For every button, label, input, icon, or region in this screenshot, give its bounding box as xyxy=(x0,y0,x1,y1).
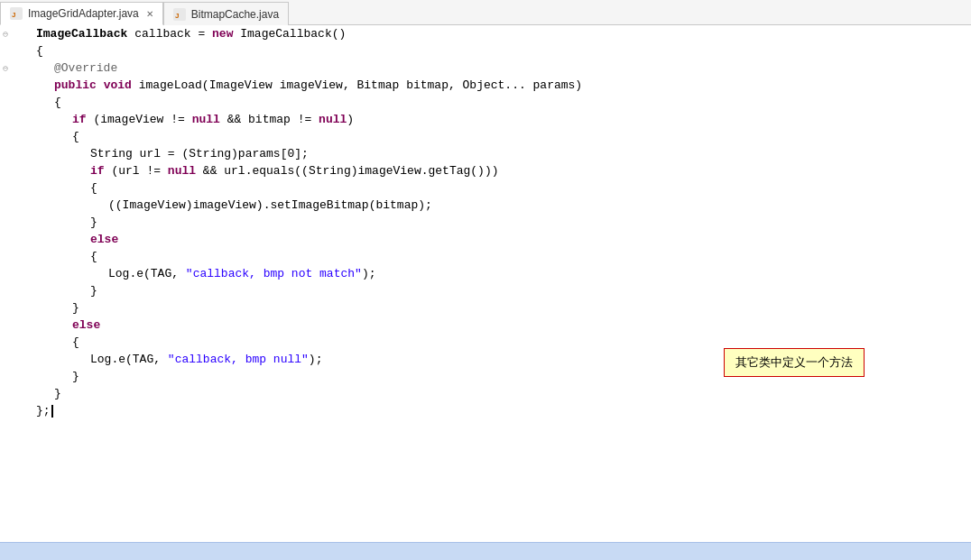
token: bitmap, xyxy=(399,77,462,94)
annotation-box: 其它类中定义一个方法 xyxy=(724,348,865,377)
token: "callback, bmp null" xyxy=(168,351,309,368)
token: else xyxy=(90,231,118,248)
cursor xyxy=(51,405,53,418)
token: && url.equals(( xyxy=(196,162,309,179)
code-line-13: else xyxy=(18,231,971,248)
java-icon-2: J xyxy=(173,8,186,21)
tab-bitmapcache[interactable]: J BitmapCache.java xyxy=(163,2,289,25)
code-line-11: (( ImageView )imageView).setImageBitmap(… xyxy=(18,197,971,214)
token: public xyxy=(54,77,97,94)
token: void xyxy=(104,77,132,94)
fold-dot-16 xyxy=(0,282,11,299)
fold-dot-8 xyxy=(0,145,11,162)
token: && bitmap != xyxy=(220,111,319,128)
code-line-22: } xyxy=(18,385,971,402)
code-line-12: } xyxy=(18,214,971,231)
token: ); xyxy=(309,351,323,368)
fold-dot-10 xyxy=(0,179,11,197)
token: { xyxy=(72,128,79,145)
token: .e(TAG, xyxy=(111,351,167,368)
token: } xyxy=(90,214,97,231)
token: imageLoad( xyxy=(132,77,209,94)
fold-dot-17 xyxy=(0,299,11,317)
token: new xyxy=(212,25,233,42)
status-bar xyxy=(0,542,971,560)
code-line-14: { xyxy=(18,248,971,265)
token: { xyxy=(90,179,97,197)
token: (( xyxy=(108,197,123,214)
token: if xyxy=(90,162,105,179)
code-line-9: if (url != null && url.equals(( String )… xyxy=(18,162,971,179)
token: Log xyxy=(90,351,111,368)
fold-dot-9 xyxy=(0,162,11,179)
token: "callback, bmp not match" xyxy=(186,265,362,282)
token xyxy=(233,25,240,42)
code-line-4: public void imageLoad( ImageView imageVi… xyxy=(18,77,971,94)
code-line-17: } xyxy=(18,299,971,317)
token: } xyxy=(90,282,97,299)
code-editor: ⊖ ⊖ xyxy=(0,25,971,560)
fold-dot-5 xyxy=(0,94,11,111)
fold-dot-4 xyxy=(0,77,11,94)
token: callback = xyxy=(127,25,212,42)
code-line-16: } xyxy=(18,282,971,299)
token: ImageView xyxy=(209,77,273,94)
token: )params[0]; xyxy=(231,145,309,162)
code-line-1: ImageCallback callback = new ImageCallba… xyxy=(18,25,971,42)
token: (url != xyxy=(105,162,168,179)
code-line-23: }; xyxy=(18,402,971,419)
code-line-18: else xyxy=(18,317,971,334)
token: ImageView xyxy=(123,197,186,214)
fold-dot-6 xyxy=(0,111,11,128)
fold-dot-7 xyxy=(0,128,11,145)
fold-dot-21 xyxy=(0,368,11,385)
fold-dot-19 xyxy=(0,334,11,351)
token: } xyxy=(72,368,79,385)
token: )imageView).setImageBitmap(bitmap); xyxy=(186,197,432,214)
code-line-6: if (imageView != null && bitmap != null … xyxy=(18,111,971,128)
fold-dot-23 xyxy=(0,402,11,419)
fold-dot-22 xyxy=(0,385,11,402)
java-icon: J xyxy=(10,7,23,20)
annotation-text: 其它类中定义一个方法 xyxy=(735,355,853,369)
fold-dot-18 xyxy=(0,317,11,334)
token: (imageView != xyxy=(87,111,192,128)
code-line-15: Log .e(TAG, "callback, bmp not match" ); xyxy=(18,265,971,282)
code-line-7: { xyxy=(18,128,971,145)
code-content[interactable]: ImageCallback callback = new ImageCallba… xyxy=(11,25,971,560)
token: url = ( xyxy=(133,145,189,162)
code-line-5: { xyxy=(18,94,971,111)
tab-label-2: BitmapCache.java xyxy=(191,8,279,21)
tab-close-1[interactable]: ✕ xyxy=(146,9,153,19)
token: Bitmap xyxy=(357,77,400,94)
token: if xyxy=(72,111,87,128)
fold-dot-15 xyxy=(0,265,11,282)
svg-text:J: J xyxy=(12,11,15,19)
token: )imageView.getTag())) xyxy=(351,162,499,179)
fold-dot-11 xyxy=(0,197,11,214)
fold-dot-3[interactable]: ⊖ xyxy=(0,60,11,77)
code-line-3: @Override xyxy=(18,60,971,77)
code-line-8: String url = ( String )params[0]; xyxy=(18,145,971,162)
token: ImageCallback xyxy=(240,25,331,42)
token: else xyxy=(72,317,100,334)
fold-dot-2 xyxy=(0,42,11,60)
token: String xyxy=(90,145,133,162)
token: () xyxy=(332,25,347,42)
token: { xyxy=(54,94,61,111)
tab-imagegridadapter[interactable]: J ImageGridAdapter.java ✕ xyxy=(0,2,163,25)
fold-dot-13 xyxy=(0,231,11,248)
token xyxy=(97,77,104,94)
token: @Override xyxy=(54,60,117,77)
token: null xyxy=(192,111,220,128)
token: }; xyxy=(36,402,51,419)
fold-indicator-column: ⊖ ⊖ xyxy=(0,25,11,560)
token: ... params) xyxy=(504,77,582,94)
token: String xyxy=(309,162,351,179)
token: String xyxy=(189,145,231,162)
fold-dot-12 xyxy=(0,214,11,231)
token: null xyxy=(319,111,347,128)
fold-dot-1[interactable]: ⊖ xyxy=(0,25,11,42)
token: } xyxy=(54,385,61,402)
tab-label-1: ImageGridAdapter.java xyxy=(28,7,139,20)
